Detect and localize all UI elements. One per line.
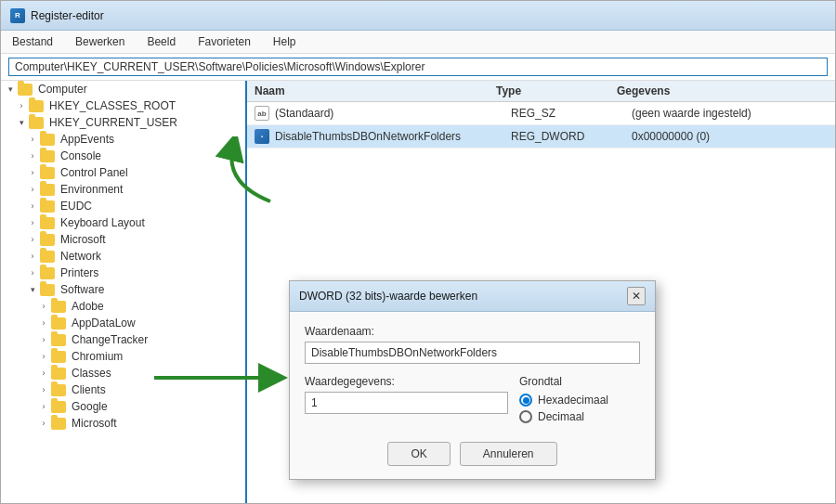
folder-icon [40, 234, 55, 246]
title-bar: R Register-editor [1, 1, 835, 31]
chevron-right-icon: › [27, 185, 38, 194]
chevron-right-icon: › [38, 335, 49, 344]
dialog-dword: DWORD (32 bits)-waarde bewerken ✕ Waarde… [289, 280, 656, 480]
tree-item-control-panel[interactable]: › Control Panel [1, 164, 245, 181]
tree-item-software[interactable]: ▾ Software [1, 281, 245, 298]
tree-item-classes-root[interactable]: › HKEY_CLASSES_ROOT [1, 97, 245, 114]
reg-icon-dword: ▪ [255, 129, 269, 144]
chevron-right-icon: › [38, 318, 49, 328]
chevron-down-icon: ▾ [5, 84, 16, 94]
waardenaam-label: Waardenaam: [305, 325, 640, 338]
tree-item-microsoft-software[interactable]: › Microsoft [1, 415, 245, 432]
ok-button[interactable]: OK [387, 442, 450, 466]
radio-row-hexadecimaal[interactable]: Hexadecimaal [519, 394, 640, 407]
window-title: Register-editor [31, 9, 104, 22]
chevron-down-icon: ▾ [27, 285, 38, 294]
value-section: Waardegegevens: [305, 375, 508, 427]
folder-icon [40, 267, 55, 279]
panel-header: Naam Type Gegevens [247, 81, 835, 102]
folder-icon [40, 184, 55, 196]
dialog-title: DWORD (32 bits)-waarde bewerken [299, 290, 477, 303]
folder-icon [51, 401, 66, 413]
menu-beeld[interactable]: Beeld [143, 33, 179, 50]
folder-icon [40, 251, 55, 263]
reg-name-disable-thumbs: DisableThumbsDBOnNetworkFolders [275, 130, 511, 143]
folder-icon [51, 368, 66, 380]
tree-item-console[interactable]: › Console [1, 148, 245, 164]
menu-help[interactable]: Help [269, 33, 300, 50]
reg-name-standaard: (Standaard) [275, 107, 511, 120]
tree-item-clients[interactable]: › Clients [1, 381, 245, 398]
chevron-right-icon: › [16, 101, 27, 110]
grondtal-section: Grondtal Hexadecimaal Decimaal [519, 375, 640, 427]
grondtal-title: Grondtal [519, 375, 640, 388]
address-input[interactable] [8, 58, 828, 76]
tree-item-current-user[interactable]: ▾ HKEY_CURRENT_USER [1, 114, 245, 131]
radio-decimaal[interactable] [519, 410, 532, 423]
dialog-buttons: OK Annuleren [305, 442, 640, 466]
dialog-title-bar: DWORD (32 bits)-waarde bewerken ✕ [290, 281, 655, 312]
registry-row-disable-thumbs[interactable]: ▪ DisableThumbsDBOnNetworkFolders REG_DW… [247, 125, 835, 149]
tree-item-changetracker[interactable]: › ChangeTracker [1, 331, 245, 348]
tree-item-appdatalow[interactable]: › AppDataLow [1, 315, 245, 331]
chevron-right-icon: › [38, 419, 49, 428]
folder-icon [51, 301, 66, 313]
tree-item-google[interactable]: › Google [1, 398, 245, 415]
header-type: Type [496, 84, 617, 97]
folder-icon [51, 418, 66, 430]
chevron-right-icon: › [27, 168, 38, 177]
app-icon: R [10, 8, 25, 23]
chevron-right-icon: › [38, 352, 49, 361]
menu-bestand[interactable]: Bestand [8, 33, 57, 50]
radio-hexadecimaal[interactable] [519, 394, 532, 407]
folder-icon [40, 284, 55, 296]
chevron-right-icon: › [27, 268, 38, 278]
folder-icon [51, 334, 66, 346]
chevron-right-icon: › [38, 368, 49, 378]
folder-icon [18, 84, 33, 96]
folder-icon [40, 150, 55, 162]
folder-icon [29, 117, 44, 129]
main-content: ▾ Computer › HKEY_CLASSES_ROOT ▾ HKEY_CU… [1, 81, 835, 503]
waardegegevens-input[interactable] [305, 392, 508, 414]
tree-item-chromium[interactable]: › Chromium [1, 348, 245, 365]
tree-item-computer[interactable]: ▾ Computer [1, 81, 245, 97]
waardenaam-input[interactable] [305, 342, 640, 364]
chevron-right-icon: › [27, 201, 38, 211]
chevron-right-icon: › [27, 151, 38, 161]
radio-row-decimaal[interactable]: Decimaal [519, 410, 640, 423]
menu-bewerken[interactable]: Bewerken [72, 33, 128, 50]
header-naam: Naam [255, 84, 496, 97]
folder-icon [51, 351, 66, 363]
tree-item-appevents[interactable]: › AppEvents [1, 131, 245, 148]
hexadecimaal-label: Hexadecimaal [538, 394, 608, 407]
chevron-right-icon: › [27, 135, 38, 144]
tree-item-adobe[interactable]: › Adobe [1, 298, 245, 315]
folder-icon [51, 384, 66, 396]
tree-item-classes[interactable]: › Classes [1, 365, 245, 381]
header-gegevens: Gegevens [617, 84, 828, 97]
reg-value-disable-thumbs: 0x00000000 (0) [632, 130, 828, 143]
tree-item-eudc[interactable]: › EUDC [1, 198, 245, 214]
registry-row-standaard[interactable]: ab (Standaard) REG_SZ (geen waarde inges… [247, 102, 835, 125]
address-bar [1, 54, 835, 81]
menu-favorieten[interactable]: Favorieten [194, 33, 255, 50]
dialog-body: Waardenaam: Waardegegevens: Grondtal Hex… [290, 312, 655, 479]
waardegegevens-label: Waardegegevens: [305, 375, 508, 388]
folder-icon [40, 167, 55, 179]
chevron-right-icon: › [38, 302, 49, 311]
dialog-close-button[interactable]: ✕ [627, 287, 646, 305]
folder-icon [40, 217, 55, 229]
tree-item-microsoft[interactable]: › Microsoft [1, 231, 245, 248]
reg-type-disable-thumbs: REG_DWORD [511, 130, 632, 143]
reg-type-standaard: REG_SZ [511, 107, 632, 120]
annuleren-button[interactable]: Annuleren [460, 442, 557, 466]
tree-item-printers[interactable]: › Printers [1, 265, 245, 281]
tree-item-keyboard-layout[interactable]: › Keyboard Layout [1, 214, 245, 231]
chevron-right-icon: › [38, 402, 49, 411]
tree-item-network[interactable]: › Network [1, 248, 245, 265]
tree-panel: ▾ Computer › HKEY_CLASSES_ROOT ▾ HKEY_CU… [1, 81, 247, 503]
chevron-right-icon: › [27, 218, 38, 227]
folder-icon [29, 100, 44, 112]
tree-item-environment[interactable]: › Environment [1, 181, 245, 198]
